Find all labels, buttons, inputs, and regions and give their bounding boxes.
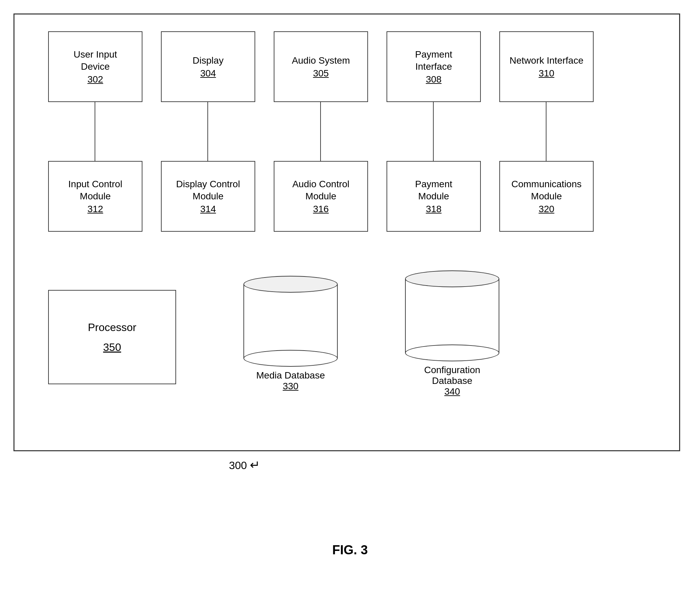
display-number: 304 bbox=[200, 68, 216, 79]
display-control-module-box: Display Control Module 314 bbox=[161, 161, 255, 232]
input-control-module-label: Input Control Module bbox=[68, 178, 122, 203]
payment-interface-number: 308 bbox=[426, 74, 442, 85]
communications-module-number: 320 bbox=[539, 204, 555, 215]
media-database-label: Media Database 330 bbox=[256, 370, 325, 392]
system-number: 300 ↵ bbox=[229, 458, 260, 472]
audio-system-box: Audio System 305 bbox=[274, 31, 368, 102]
payment-interface-box: Payment Interface 308 bbox=[387, 31, 481, 102]
display-box: Display 304 bbox=[161, 31, 255, 102]
connector-line-3 bbox=[320, 102, 321, 161]
system-number-text: 300 bbox=[229, 459, 247, 471]
config-database-cylinder bbox=[405, 270, 499, 361]
audio-control-module-box: Audio Control Module 316 bbox=[274, 161, 368, 232]
config-db-number: 340 bbox=[424, 386, 480, 397]
audio-system-number: 305 bbox=[313, 68, 329, 79]
media-db-top bbox=[243, 276, 338, 293]
config-db-top bbox=[405, 270, 499, 287]
media-database-container: Media Database 330 bbox=[243, 276, 338, 392]
config-database-container: Configuration Database 340 bbox=[405, 270, 499, 397]
input-control-module-box: Input Control Module 312 bbox=[48, 161, 142, 232]
audio-control-module-label: Audio Control Module bbox=[292, 178, 349, 203]
user-input-device-number: 302 bbox=[88, 74, 103, 85]
processor-box: Processor 350 bbox=[48, 290, 176, 384]
connector-line-5 bbox=[546, 102, 546, 161]
network-interface-label: Network Interface bbox=[509, 55, 583, 67]
communications-module-box: Communications Module 320 bbox=[499, 161, 594, 232]
display-control-module-label: Display Control Module bbox=[176, 178, 240, 203]
config-db-bottom bbox=[405, 344, 499, 361]
network-interface-box: Network Interface 310 bbox=[499, 31, 594, 102]
processor-label: Processor bbox=[88, 321, 136, 335]
connector-line-4 bbox=[433, 102, 434, 161]
diagram-border: User Input Device 302 Display 304 Audio … bbox=[13, 13, 680, 451]
config-db-text: Configuration Database bbox=[424, 365, 480, 386]
audio-control-module-number: 316 bbox=[313, 204, 329, 215]
config-database-label: Configuration Database 340 bbox=[424, 365, 480, 397]
media-db-body bbox=[243, 284, 338, 358]
media-database-cylinder bbox=[243, 276, 338, 367]
communications-module-label: Communications Module bbox=[511, 178, 582, 203]
fig-label: FIG. 3 bbox=[332, 543, 368, 557]
media-db-bottom bbox=[243, 350, 338, 367]
user-input-device-box: User Input Device 302 bbox=[48, 31, 142, 102]
payment-module-box: Payment Module 318 bbox=[387, 161, 481, 232]
page-container: User Input Device 302 Display 304 Audio … bbox=[0, 0, 700, 591]
connector-line-2 bbox=[207, 102, 208, 161]
audio-system-label: Audio System bbox=[292, 55, 350, 67]
config-db-body bbox=[405, 279, 499, 353]
media-db-number: 330 bbox=[256, 381, 325, 392]
input-control-module-number: 312 bbox=[88, 204, 103, 215]
display-control-module-number: 314 bbox=[200, 204, 216, 215]
connector-line-1 bbox=[95, 102, 95, 161]
payment-interface-label: Payment Interface bbox=[415, 48, 453, 73]
media-db-text: Media Database bbox=[256, 370, 325, 381]
payment-module-label: Payment Module bbox=[415, 178, 453, 203]
network-interface-number: 310 bbox=[539, 68, 555, 79]
payment-module-number: 318 bbox=[426, 204, 442, 215]
user-input-device-label: User Input Device bbox=[73, 48, 117, 73]
display-label: Display bbox=[193, 55, 224, 67]
processor-number: 350 bbox=[103, 341, 121, 354]
system-arrow: ↵ bbox=[250, 458, 260, 472]
